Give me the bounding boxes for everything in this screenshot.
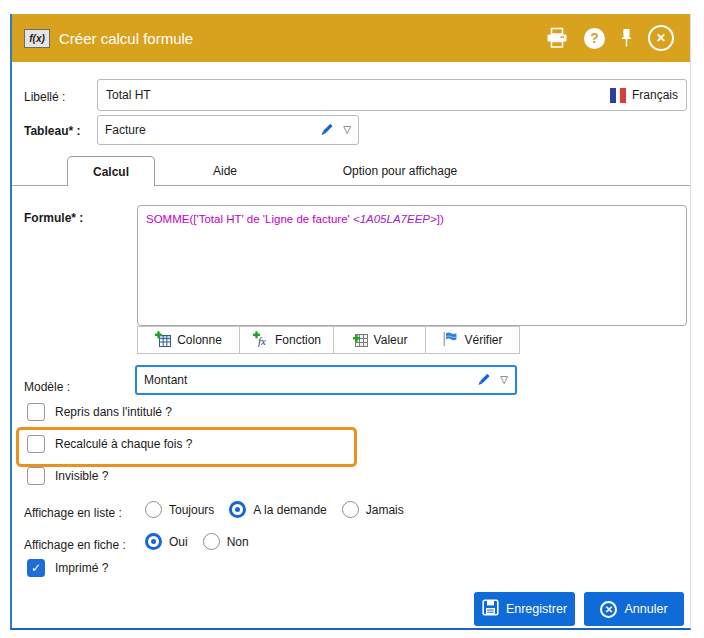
add-value-icon	[352, 331, 368, 350]
recalcule-checkbox[interactable]	[27, 435, 45, 453]
tableau-label: Tableau* :	[24, 124, 80, 138]
cancel-button[interactable]: ✕ Annuler	[584, 592, 684, 626]
radio-oui[interactable]	[145, 533, 162, 550]
chevron-down-icon[interactable]: ▽	[500, 375, 508, 385]
formula-toolbar: Colonne fx Fonction	[137, 326, 520, 354]
radio-non[interactable]	[203, 533, 220, 550]
check-flag-icon	[442, 331, 458, 350]
radio-a-la-demande-label: A la demande	[253, 503, 326, 517]
modele-combobox[interactable]: Montant ▽	[135, 365, 517, 395]
dialog-title: Créer calcul formule	[59, 30, 545, 47]
imprime-checkbox[interactable]: ✓	[27, 559, 45, 577]
french-flag-icon	[610, 88, 626, 103]
radio-jamais-label: Jamais	[366, 503, 404, 517]
page-background: f(x) Créer calcul formule ?	[0, 0, 704, 638]
check-icon: ✓	[31, 561, 41, 575]
imprime-checkbox-row: ✓ Imprimé ?	[27, 559, 108, 577]
close-icon[interactable]: ✕	[648, 25, 674, 51]
add-function-icon: fx	[252, 331, 269, 350]
radio-a-la-demande[interactable]	[229, 501, 246, 518]
libelle-label: Libellé :	[24, 90, 65, 104]
tab-aide[interactable]: Aide	[175, 157, 275, 185]
formula-textarea[interactable]: SOMME(['Total HT' de 'Ligne de facture' …	[137, 205, 687, 326]
affichage-fiche-label: Affichage en fiche :	[24, 538, 126, 552]
radio-toujours-label: Toujours	[169, 503, 214, 517]
save-floppy-icon	[482, 599, 499, 619]
fonction-button[interactable]: fx Fonction	[239, 326, 334, 354]
affichage-liste-radiogroup: Toujours A la demande Jamais	[145, 501, 419, 518]
cancel-x-icon: ✕	[600, 601, 617, 618]
edit-pencil-icon[interactable]	[475, 372, 491, 388]
help-icon[interactable]: ?	[584, 28, 605, 49]
fonction-button-label: Fonction	[275, 333, 321, 347]
save-button-label: Enregistrer	[506, 602, 567, 616]
tableau-combobox[interactable]: Facture ▽	[97, 115, 359, 145]
print-icon[interactable]	[545, 27, 569, 49]
repris-checkbox-label: Repris dans l'intitulé ?	[55, 405, 172, 419]
libelle-value: Total HT	[106, 88, 610, 102]
verifier-button-label: Vérifier	[464, 333, 502, 347]
invisible-checkbox-label: Invisible ?	[55, 469, 108, 483]
modele-value: Montant	[144, 373, 475, 387]
valeur-button[interactable]: Valeur	[333, 326, 426, 354]
colonne-button-label: Colonne	[177, 333, 222, 347]
titlebar-actions: ? ✕	[545, 25, 674, 51]
tableau-value: Facture	[105, 123, 318, 137]
formula-text-close: ])	[437, 213, 444, 225]
cancel-button-label: Annuler	[624, 602, 667, 616]
libelle-input[interactable]: Total HT Français	[97, 79, 687, 111]
repris-checkbox[interactable]	[27, 403, 45, 421]
imprime-checkbox-label: Imprimé ?	[55, 561, 108, 575]
tab-option-pour-affichage[interactable]: Option pour affichage	[305, 157, 495, 185]
formula-fx-icon: f(x)	[24, 29, 50, 48]
formula-text: SOMME(['Total HT' de 'Ligne de facture'	[146, 213, 353, 225]
dialog-creer-calcul-formule: f(x) Créer calcul formule ?	[10, 14, 691, 630]
radio-oui-label: Oui	[169, 535, 188, 549]
formula-table-token: <1A05LA7EEP>	[353, 213, 437, 225]
dialog-titlebar: f(x) Créer calcul formule ?	[12, 14, 690, 62]
save-button[interactable]: Enregistrer	[474, 592, 575, 626]
affichage-fiche-radiogroup: Oui Non	[145, 533, 264, 550]
recalcule-checkbox-row: Recalculé à chaque fois ?	[27, 435, 192, 453]
radio-non-label: Non	[227, 535, 249, 549]
affichage-liste-label: Affichage en liste :	[24, 506, 122, 520]
radio-jamais[interactable]	[342, 501, 359, 518]
chevron-down-icon[interactable]: ▽	[343, 125, 351, 135]
valeur-button-label: Valeur	[374, 333, 408, 347]
recalcule-checkbox-label: Recalculé à chaque fois ?	[55, 437, 192, 451]
verifier-button[interactable]: Vérifier	[425, 326, 520, 354]
add-column-icon	[155, 331, 171, 350]
invisible-checkbox-row: Invisible ?	[27, 467, 108, 485]
repris-checkbox-row: Repris dans l'intitulé ?	[27, 403, 172, 421]
tab-calcul[interactable]: Calcul	[67, 156, 155, 186]
radio-toujours[interactable]	[145, 501, 162, 518]
pin-icon[interactable]	[620, 28, 633, 48]
modele-label: Modèle :	[24, 380, 70, 394]
language-label: Français	[632, 88, 678, 102]
formule-label: Formule* :	[24, 211, 83, 225]
invisible-checkbox[interactable]	[27, 467, 45, 485]
edit-pencil-icon[interactable]	[318, 122, 334, 138]
colonne-button[interactable]: Colonne	[137, 326, 240, 354]
svg-text:fx: fx	[258, 335, 266, 347]
